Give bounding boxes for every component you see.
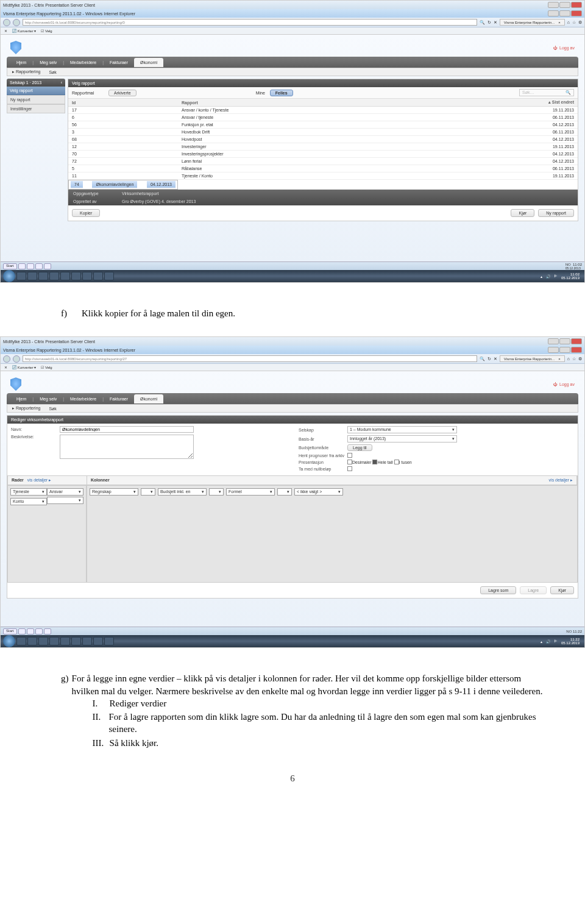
minimize-button[interactable]: [548, 338, 559, 344]
gear-icon[interactable]: ⚙: [578, 357, 582, 361]
leggtil-button[interactable]: Legg til: [347, 444, 372, 451]
favorites-icon[interactable]: ☆: [572, 357, 576, 361]
forward-button[interactable]: [13, 355, 20, 363]
rader-select[interactable]: Tjeneste▾: [10, 488, 47, 496]
tray-icon[interactable]: 🏳: [554, 639, 558, 643]
kolonne-num-select[interactable]: ▾: [141, 488, 155, 496]
nav-hjem[interactable]: Hjem: [10, 58, 32, 67]
kolonne-select[interactable]: < ikke valgt >▾: [294, 488, 343, 496]
tray-icon[interactable]: 🏳: [554, 274, 558, 278]
sidebar-title[interactable]: Selskap 1 · 2013‹: [7, 79, 65, 87]
sidebar-item-ny-rapport[interactable]: Ny rapport: [7, 95, 65, 104]
home-icon[interactable]: ⌂: [567, 20, 570, 24]
close-icon[interactable]: ✕: [4, 29, 7, 33]
browser-tab[interactable]: Visma Enterprise Rapporterin... ×: [500, 19, 565, 26]
konverter-dropdown[interactable]: 🔄 Konverter ▾: [12, 365, 36, 369]
taskbar-pin[interactable]: [27, 272, 37, 280]
refresh-icon[interactable]: ↻: [488, 357, 491, 361]
close-button[interactable]: [571, 338, 582, 344]
taskbar-pin[interactable]: [38, 637, 48, 645]
subnav-rapportering[interactable]: ▸ Rapportering: [12, 69, 40, 74]
table-row[interactable]: 11Tjeneste / Konto19.11.2013: [68, 172, 578, 180]
stop-icon[interactable]: ✕: [494, 20, 497, 25]
kolonner-visdetaljer-link[interactable]: vis detaljer ▸: [549, 478, 573, 483]
taskbar-pin[interactable]: [82, 272, 92, 280]
taskbar-pin[interactable]: [60, 637, 70, 645]
filter-arkiverte[interactable]: Arkiverte: [108, 90, 136, 96]
table-row[interactable]: 56Funksjon pr. etat04.12.2013: [68, 121, 578, 129]
nav-fakturaer[interactable]: Fakturaer: [104, 394, 134, 403]
tab-close-icon[interactable]: ×: [558, 21, 561, 24]
ie-maximize[interactable]: [559, 10, 570, 16]
sidebar-item-velg-rapport[interactable]: Velg rapport: [7, 87, 65, 95]
logout-link[interactable]: ⏻ Logg av: [553, 46, 575, 50]
subnav-sok[interactable]: Søk: [49, 407, 56, 411]
tab-close-icon[interactable]: ×: [558, 357, 561, 361]
forward-button[interactable]: [13, 19, 20, 26]
taskbar-pin[interactable]: [27, 637, 37, 645]
pin-icon[interactable]: [35, 263, 43, 269]
pin-icon[interactable]: [44, 628, 51, 634]
nav-okonomi[interactable]: Økonomi: [134, 394, 163, 403]
taskbar-pin[interactable]: [82, 637, 92, 645]
ie-close[interactable]: [571, 10, 582, 16]
tray-icon[interactable]: 🔊: [546, 639, 550, 644]
taskbar-pin[interactable]: [49, 637, 59, 645]
logout-link[interactable]: ⏻Logg av: [553, 382, 575, 386]
home-icon[interactable]: ⌂: [567, 357, 570, 361]
nav-hjem[interactable]: Hjem: [10, 394, 32, 403]
minimize-button[interactable]: [548, 2, 559, 8]
table-row[interactable]: 74Økonomiavdelingen04.12.2013: [68, 180, 178, 190]
pin-icon[interactable]: [18, 263, 26, 269]
url-field[interactable]: http://vismaweb01-ik.local:8080/economyr…: [23, 355, 477, 362]
nav-fakturaer[interactable]: Fakturaer: [104, 58, 134, 67]
url-field[interactable]: http://vismaweb01-ik.local:8080/economyr…: [23, 19, 477, 26]
ny-rapport-button[interactable]: Ny rapport: [538, 209, 574, 217]
desimaler-radio[interactable]: [347, 460, 352, 464]
gear-icon[interactable]: ⚙: [578, 20, 582, 25]
rader-select[interactable]: ▾: [47, 497, 83, 504]
taskbar-pin[interactable]: [60, 272, 70, 280]
maximize-button[interactable]: [559, 2, 570, 8]
kjor-button[interactable]: Kjør: [511, 209, 534, 217]
kolonne-select[interactable]: Formel▾: [226, 488, 275, 496]
heletall-radio[interactable]: [372, 460, 377, 464]
maximize-button[interactable]: [559, 338, 570, 344]
navn-input[interactable]: [60, 426, 194, 433]
rader-visdetaljer-link[interactable]: vis detaljer ▸: [27, 478, 51, 482]
velg-dropdown[interactable]: ☑ Velg: [41, 365, 52, 369]
ie-close[interactable]: [571, 347, 582, 353]
close-icon[interactable]: ✕: [4, 365, 7, 369]
nav-meg-selv[interactable]: Meg selv: [34, 58, 63, 67]
nav-okonomi[interactable]: Økonomi: [134, 58, 163, 67]
pin-icon[interactable]: [27, 628, 34, 634]
beskrivelse-input[interactable]: [60, 435, 194, 459]
favorites-icon[interactable]: ☆: [572, 20, 576, 25]
taskbar-pin[interactable]: [71, 637, 81, 645]
kjor-button[interactable]: Kjør: [550, 586, 574, 594]
start-button[interactable]: Start: [3, 628, 17, 634]
taskbar-pin[interactable]: [49, 272, 59, 280]
rader-select[interactable]: Ansvar▾: [47, 488, 83, 496]
sort-icon[interactable]: ▴: [548, 100, 551, 104]
rader-select[interactable]: Konto▾: [10, 498, 47, 505]
table-row[interactable]: 5Råbalanse06.11.2013: [68, 165, 578, 172]
col-endret[interactable]: Sist endret: [552, 100, 574, 104]
taskbar-pin[interactable]: [16, 272, 26, 280]
col-rapport[interactable]: Rapport: [178, 99, 529, 107]
table-row[interactable]: 70Investeringsprosjekter04.12.2013: [68, 151, 578, 158]
table-row[interactable]: 3Hovedbok Drift06.11.2013: [68, 129, 578, 136]
kolonne-num-select[interactable]: ▾: [277, 488, 292, 496]
pin-icon[interactable]: [18, 628, 26, 634]
ie-minimize[interactable]: [548, 347, 559, 353]
col-id[interactable]: Id: [68, 99, 178, 107]
browser-tab[interactable]: Visma Enterprise Rapporterin... ×: [500, 355, 565, 362]
selskap-select[interactable]: 1 – Modum kommune▾: [347, 426, 457, 433]
hent-checkbox[interactable]: [347, 453, 352, 458]
search-input[interactable]: Søk…🔍: [519, 89, 574, 96]
refresh-icon[interactable]: ↻: [488, 20, 491, 25]
search-icon[interactable]: 🔍: [480, 357, 485, 361]
table-row[interactable]: 12Investeringer19.11.2013: [68, 143, 578, 151]
taskbar-pin[interactable]: [93, 272, 103, 280]
velg-dropdown[interactable]: ☑ Velg: [41, 29, 52, 33]
